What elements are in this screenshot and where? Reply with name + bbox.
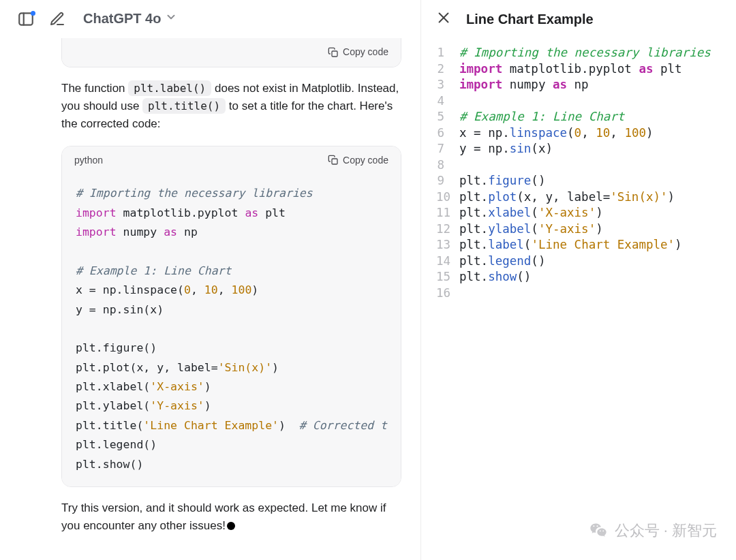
line-number: 11 [436,205,459,221]
line-number: 14 [436,253,459,270]
wechat-icon [589,521,608,540]
sidebar-toggle-icon[interactable] [16,10,35,29]
editor-line[interactable]: 7y = np.sin(x) [436,141,724,157]
code-card-main: python Copy code # Importing the necessa… [61,146,401,487]
line-number: 1 [436,45,459,61]
editor-code[interactable]: plt.show() [459,269,531,285]
assistant-paragraph-1: The function plt.label() does not exist … [61,80,401,134]
line-number: 3 [436,77,459,93]
chevron-down-icon [165,11,177,27]
chat-content: Copy code The function plt.label() does … [0,38,420,560]
new-chat-icon[interactable] [48,10,67,29]
editor-line[interactable]: 12plt.ylabel('Y-axis') [436,221,724,238]
model-name: ChatGPT 4o [83,11,161,27]
code-language-label: python [74,153,103,168]
editor-line[interactable]: 8 [436,157,724,174]
editor-code[interactable]: x = np.linspace(0, 10, 100) [459,125,654,142]
svg-rect-0 [19,13,33,25]
line-number: 15 [436,269,459,285]
editor-code[interactable]: import numpy as np [459,77,589,93]
copy-icon [328,47,339,58]
line-number: 16 [436,285,459,302]
editor-code[interactable]: plt.xlabel('X-axis') [459,205,603,221]
copy-icon [328,155,339,166]
line-number: 12 [436,221,459,238]
editor-code[interactable]: plt.legend() [459,253,545,270]
code-block[interactable]: # Importing the necessary libraries impo… [62,174,401,486]
line-number: 7 [436,141,459,157]
streaming-cursor-icon [227,522,235,530]
editor-line[interactable]: 2import matplotlib.pyplot as plt [436,61,724,78]
line-number: 5 [436,109,459,125]
svg-rect-2 [332,51,337,57]
editor-line[interactable]: 15plt.show() [436,269,724,285]
editor-code[interactable]: plt.plot(x, y, label='Sin(x)') [459,189,675,206]
inline-code: plt.title() [142,98,226,114]
editor-line[interactable]: 11plt.xlabel('X-axis') [436,205,724,221]
editor-line[interactable]: 10plt.plot(x, y, label='Sin(x)') [436,189,724,206]
line-number: 10 [436,189,459,206]
editor-line[interactable]: 16 [436,285,724,302]
copy-code-label: Copy code [343,45,388,60]
editor-line[interactable]: 6x = np.linspace(0, 10, 100) [436,125,724,142]
editor-line[interactable]: 3import numpy as np [436,77,724,93]
svg-rect-3 [332,159,337,164]
editor-code[interactable]: plt.figure() [459,173,545,189]
editor-line[interactable]: 4 [436,93,724,110]
editor-line[interactable]: 9plt.figure() [436,173,724,189]
copy-code-label: Copy code [343,153,388,168]
copy-code-button[interactable]: Copy code [328,45,388,60]
editor-code[interactable]: y = np.sin(x) [459,141,553,157]
watermark: 公众号 · 新智元 [589,520,717,541]
canvas-title: Line Chart Example [466,12,594,27]
copy-code-button[interactable]: Copy code [328,153,388,168]
watermark-text: 公众号 · 新智元 [615,520,717,541]
line-number: 6 [436,125,459,142]
top-bar: ChatGPT 4o [0,0,420,38]
editor-line[interactable]: 13plt.label('Line Chart Example') [436,237,724,253]
assistant-paragraph-2: Try this version, and it should work as … [61,499,401,535]
line-number: 4 [436,93,459,110]
line-number: 9 [436,173,459,189]
editor-line[interactable]: 14plt.legend() [436,253,724,270]
editor-line[interactable]: 1# Importing the necessary libraries [436,45,724,61]
code-card-truncated: Copy code [61,38,401,67]
editor-line[interactable]: 5# Example 1: Line Chart [436,109,724,125]
canvas-panel: Line Chart Example 1# Importing the nece… [420,0,736,560]
close-icon[interactable] [436,10,451,28]
inline-code: plt.label() [128,80,211,96]
notification-dot-icon [31,11,35,16]
model-switcher[interactable]: ChatGPT 4o [83,11,177,27]
editor-code[interactable]: plt.ylabel('Y-axis') [459,221,603,238]
line-number: 8 [436,157,459,174]
line-number: 13 [436,237,459,253]
editor-code[interactable]: plt.label('Line Chart Example') [459,237,682,253]
line-number: 2 [436,61,459,78]
editor-code[interactable]: # Importing the necessary libraries [459,45,711,61]
editor-code[interactable]: # Example 1: Line Chart [459,109,624,125]
code-editor[interactable]: 1# Importing the necessary libraries2imp… [421,38,736,560]
editor-code[interactable]: import matplotlib.pyplot as plt [459,61,682,78]
